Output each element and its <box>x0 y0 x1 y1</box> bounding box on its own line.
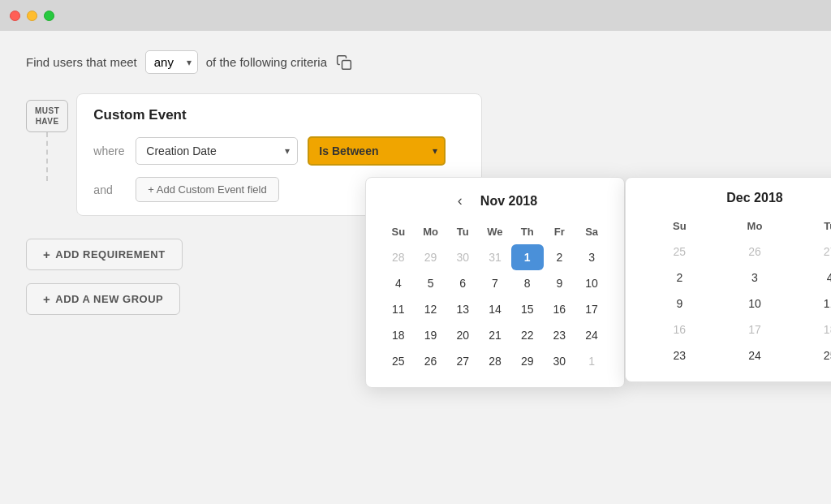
find-users-suffix: of the following criteria <box>206 55 327 69</box>
add-custom-event-field-button[interactable]: + Add Custom Event field <box>136 177 278 202</box>
calendar-day[interactable]: 12 <box>415 296 447 322</box>
calendar-day[interactable]: 10 <box>575 270 608 296</box>
calendar-day[interactable]: 5 <box>415 270 447 296</box>
calendar-prev-button[interactable]: ‹ <box>453 191 467 211</box>
calendar-day[interactable]: 9 <box>544 270 576 296</box>
calendar-day[interactable]: 21 <box>479 322 511 348</box>
calendar-day-2[interactable]: 4 <box>792 265 831 291</box>
calendar-day[interactable]: 28 <box>479 348 511 374</box>
calendar-day[interactable]: 19 <box>415 322 447 348</box>
add-requirement-button[interactable]: + ADD REQUIREMENT <box>26 239 183 270</box>
field-select[interactable]: Creation Date <box>136 137 298 165</box>
calendar-day[interactable]: 11 <box>382 296 415 322</box>
day-header-su2: Su <box>642 217 717 239</box>
day-header-su: Su <box>382 222 415 244</box>
day-header-sa: Sa <box>575 222 608 244</box>
calendar-title: Nov 2018 <box>480 194 537 209</box>
calendar-day[interactable]: 6 <box>446 270 479 296</box>
calendar-day-2[interactable]: 11 <box>792 291 831 317</box>
add-requirement-label: ADD REQUIREMENT <box>55 248 165 261</box>
add-group-label: ADD A NEW GROUP <box>55 293 163 305</box>
calendar-day[interactable]: 26 <box>415 348 447 374</box>
calendar-day[interactable]: 7 <box>479 270 511 296</box>
calendar-day[interactable]: 1 <box>575 348 608 374</box>
calendar-day-2[interactable]: 25 <box>792 342 831 368</box>
day-header-tu: Tu <box>446 222 479 244</box>
must-have-badge: MUST HAVE <box>26 100 68 132</box>
calendar-dec-2018: Dec 2018 Su Mo Tu 2526272349101116171823… <box>625 177 831 382</box>
calendar-day[interactable]: 22 <box>511 322 544 348</box>
connector-line <box>46 132 48 181</box>
calendar-header-2: Dec 2018 <box>642 191 831 205</box>
day-header-we: We <box>479 222 511 244</box>
add-new-group-button[interactable]: + ADD A NEW GROUP <box>26 283 180 315</box>
calendar-day[interactable]: 16 <box>544 296 576 322</box>
calendar-day[interactable]: 3 <box>575 244 608 270</box>
day-header-th: Th <box>511 222 544 244</box>
calendar-day-2[interactable]: 27 <box>792 239 831 265</box>
condition-select[interactable]: Is Between <box>308 136 446 166</box>
calendar-day[interactable]: 29 <box>511 348 544 374</box>
calendar-day[interactable]: 18 <box>382 322 415 348</box>
calendar-day-2[interactable]: 17 <box>717 317 793 342</box>
calendar-day[interactable]: 20 <box>446 322 479 348</box>
calendar-day[interactable]: 17 <box>575 296 608 322</box>
where-row: where Creation Date Is Between <box>93 136 465 166</box>
top-bar: Find users that meet any all of the foll… <box>26 50 805 74</box>
calendar-day[interactable]: 8 <box>511 270 544 296</box>
calendar-day[interactable]: 30 <box>446 244 479 270</box>
calendar-day[interactable]: 1 <box>511 244 544 270</box>
calendar-day[interactable]: 24 <box>575 322 608 348</box>
calendar-title-2: Dec 2018 <box>726 191 782 205</box>
plus-icon: + <box>43 248 50 261</box>
title-bar <box>0 0 831 31</box>
calendar-day-2[interactable]: 10 <box>717 291 793 317</box>
day-header-tu2: Tu <box>792 217 831 239</box>
any-select[interactable]: any all <box>145 50 198 74</box>
maximize-button[interactable] <box>44 11 54 21</box>
copy-icon[interactable] <box>335 54 353 71</box>
calendar-grid: Su Mo Tu We Th Fr Sa 2829303112345678910… <box>382 222 608 374</box>
calendar-day[interactable]: 13 <box>446 296 479 322</box>
calendar-day[interactable]: 31 <box>479 244 511 270</box>
any-select-wrapper[interactable]: any all <box>145 50 198 74</box>
calendar-day-2[interactable]: 25 <box>642 239 717 265</box>
calendar-day[interactable]: 25 <box>382 348 415 374</box>
calendar-header: ‹ Nov 2018 <box>382 191 608 211</box>
calendar-day[interactable]: 14 <box>479 296 511 322</box>
find-users-prefix: Find users that meet <box>26 55 137 69</box>
day-header-mo2: Mo <box>717 217 793 239</box>
minimize-button[interactable] <box>27 11 37 21</box>
calendar-day-2[interactable]: 26 <box>717 239 793 265</box>
and-label: and <box>93 183 126 196</box>
calendar-day-2[interactable]: 9 <box>642 291 717 317</box>
calendar-day-2[interactable]: 24 <box>717 342 793 368</box>
event-block-title: Custom Event <box>93 107 465 123</box>
calendar-day[interactable]: 29 <box>415 244 447 270</box>
day-header-mo: Mo <box>415 222 447 244</box>
day-header-fr: Fr <box>544 222 576 244</box>
main-content: Find users that meet any all of the foll… <box>0 31 831 504</box>
calendar-day-2[interactable]: 3 <box>717 265 793 291</box>
calendar-day[interactable]: 15 <box>511 296 544 322</box>
plus-icon2: + <box>43 292 50 306</box>
calendar-day[interactable]: 2 <box>544 244 576 270</box>
condition-select-wrapper[interactable]: Is Between <box>308 136 446 166</box>
calendar-day-2[interactable]: 23 <box>642 342 717 368</box>
calendar-day[interactable]: 30 <box>544 348 576 374</box>
where-label: where <box>93 144 126 157</box>
field-select-wrapper[interactable]: Creation Date <box>136 137 298 165</box>
calendar-day[interactable]: 28 <box>382 244 415 270</box>
close-button[interactable] <box>10 11 20 21</box>
calendar-day[interactable]: 4 <box>382 270 415 296</box>
calendar-nov-2018: ‹ Nov 2018 Su Mo Tu We Th Fr Sa 28293031… <box>365 177 625 388</box>
calendar-day-2[interactable]: 16 <box>642 317 717 342</box>
calendar-day-2[interactable]: 18 <box>792 317 831 342</box>
calendar-day-2[interactable]: 2 <box>642 265 717 291</box>
calendar-grid-2: Su Mo Tu 25262723491011161718232425 <box>642 217 831 368</box>
calendar-day[interactable]: 23 <box>544 322 576 348</box>
svg-rect-0 <box>342 60 351 69</box>
calendar-day[interactable]: 27 <box>446 348 479 374</box>
